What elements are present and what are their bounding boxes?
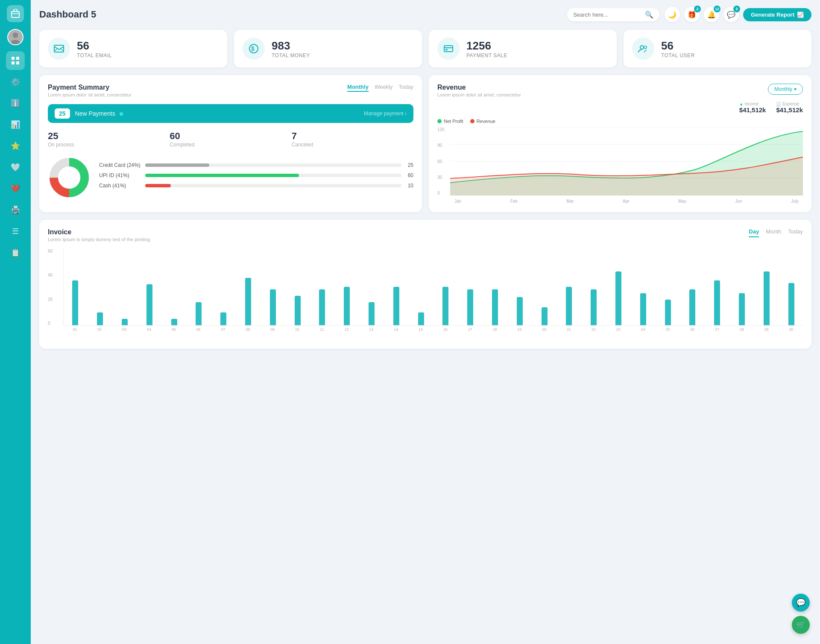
bar-col — [706, 249, 729, 325]
metrics-row: 25 On process 60 Completed 7 Canceled — [48, 131, 413, 148]
payment-label: PAYMENT SALE — [466, 52, 507, 58]
revenue-subtitle: Lorem ipsum dolor sit amet, consectetur — [437, 92, 521, 97]
bar — [220, 312, 226, 325]
moon-button[interactable]: 🌙 — [665, 7, 680, 22]
sidebar-item-analytics[interactable]: 📊 — [6, 115, 25, 134]
bar-col — [384, 249, 408, 325]
invoice-header: Invoice Lorem Ipsum is simply dummy text… — [48, 228, 803, 242]
bar-col — [557, 249, 581, 325]
bar-x-label: 10 — [285, 327, 309, 332]
sidebar-item-star[interactable]: ⭐ — [6, 137, 25, 155]
manage-payment-link[interactable]: Manage payment › — [364, 111, 407, 117]
sidebar-item-menu[interactable]: ☰ — [6, 222, 25, 241]
sidebar-item-info[interactable]: ℹ️ — [6, 94, 25, 113]
invoice-chart-container: 6040200 01020304050607080910111213141516… — [48, 249, 803, 340]
bar — [369, 302, 375, 325]
bar-x-label: 26 — [681, 327, 704, 332]
bar-x-label: 21 — [557, 327, 581, 332]
tab-weekly[interactable]: Weekly — [375, 84, 392, 92]
revenue-monthly-dropdown[interactable]: Monthly ▾ — [768, 84, 803, 95]
bar-col — [360, 249, 384, 325]
bar-x-label: 05 — [162, 327, 185, 332]
svg-point-3 — [13, 32, 18, 38]
bar-x-label: 25 — [656, 327, 679, 332]
invoice-tab-month[interactable]: Month — [766, 228, 781, 237]
bar-x-label: 15 — [409, 327, 433, 332]
invoice-tab-today[interactable]: Today — [788, 228, 803, 237]
user-count: 56 — [661, 39, 695, 52]
bar — [319, 289, 325, 325]
donut-chart — [48, 156, 91, 199]
tab-today[interactable]: Today — [398, 84, 413, 92]
money-icon: $ — [243, 38, 265, 60]
net-profit-dot — [437, 119, 442, 123]
bell-button[interactable]: 🔔 12 — [704, 7, 719, 22]
chat-badge: 5 — [733, 6, 740, 12]
invoice-subtitle: Lorem Ipsum is simply dummy text of the … — [48, 237, 150, 242]
support-fab[interactable]: 💬 — [792, 594, 810, 612]
bar — [764, 271, 770, 325]
cart-fab[interactable]: 🛒 — [792, 616, 810, 634]
sidebar-item-liked[interactable]: ❤️ — [6, 179, 25, 198]
sidebar-item-settings[interactable]: ⚙️ — [6, 73, 25, 91]
income-value: $41,512k — [739, 106, 766, 114]
invoice-title: Invoice — [48, 228, 150, 236]
bar-x-label: 28 — [730, 327, 753, 332]
sidebar-logo[interactable] — [7, 5, 24, 22]
bar-col — [607, 249, 630, 325]
bar-x-label: 12 — [335, 327, 358, 332]
chat-button[interactable]: 💬 5 — [723, 7, 739, 22]
svg-point-18 — [644, 46, 647, 49]
svg-line-11 — [61, 49, 64, 51]
sidebar-item-favorite[interactable]: 🤍 — [6, 158, 25, 177]
bar-col — [310, 249, 334, 325]
avatar[interactable] — [7, 29, 23, 45]
payment-bottom: Credit Card (24%) 25 UPI ID (41%) 60 — [48, 156, 413, 199]
bar-x-label: 18 — [483, 327, 507, 332]
bar-x-label: 09 — [261, 327, 284, 332]
generate-report-button[interactable]: Generate Report 📈 — [743, 8, 811, 21]
bar — [418, 312, 424, 325]
bar-col — [533, 249, 556, 325]
bar — [270, 289, 276, 325]
bar — [97, 312, 103, 325]
stat-card-email: 56 TOTAL EMAIL — [39, 30, 227, 67]
invoice-tab-day[interactable]: Day — [749, 228, 759, 237]
bar — [467, 289, 473, 325]
bar-x-label: 24 — [631, 327, 655, 332]
svg-rect-6 — [16, 57, 19, 60]
search-input[interactable] — [573, 12, 641, 18]
bar-col — [113, 249, 137, 325]
expense-item: 🧾 Expense $41,512k — [776, 102, 803, 114]
invoice-bar-chart — [63, 249, 803, 326]
upi-bar — [145, 174, 299, 177]
bar — [714, 280, 720, 325]
user-label: TOTAL USER — [661, 52, 695, 58]
cash-bar — [145, 184, 171, 187]
bar — [689, 289, 695, 325]
gift-button[interactable]: 🎁 2 — [684, 7, 700, 22]
bar-x-label: 03 — [113, 327, 136, 332]
bar-col — [483, 249, 507, 325]
x-axis-labels: JanFebMarAprMayJunJuly — [450, 199, 803, 204]
bar-x-label: 07 — [211, 327, 235, 332]
status-dot — [120, 112, 123, 116]
sidebar-item-list[interactable]: 📋 — [6, 243, 25, 262]
bar-x-label: 17 — [458, 327, 482, 332]
sidebar-item-print[interactable]: 🖨️ — [6, 201, 25, 219]
income-item: ▲ Income $41,512k — [739, 102, 766, 114]
bar — [615, 271, 621, 325]
tab-monthly[interactable]: Monthly — [347, 84, 369, 92]
search-bar[interactable]: 🔍 — [567, 8, 659, 21]
stats-row: 56 TOTAL EMAIL $ 983 TOTAL MONEY — [39, 30, 811, 67]
bar — [739, 293, 745, 325]
legend-revenue: Revenue — [470, 119, 495, 124]
invoice-card: Invoice Lorem Ipsum is simply dummy text… — [39, 220, 811, 349]
stat-card-user: 56 TOTAL USER — [624, 30, 811, 67]
bar — [788, 283, 794, 325]
sidebar-item-dashboard[interactable] — [6, 51, 25, 70]
email-label: TOTAL EMAIL — [77, 52, 112, 58]
bar-col — [138, 249, 161, 325]
legend-net-profit: Net Profit — [437, 119, 463, 124]
bar — [591, 289, 597, 325]
